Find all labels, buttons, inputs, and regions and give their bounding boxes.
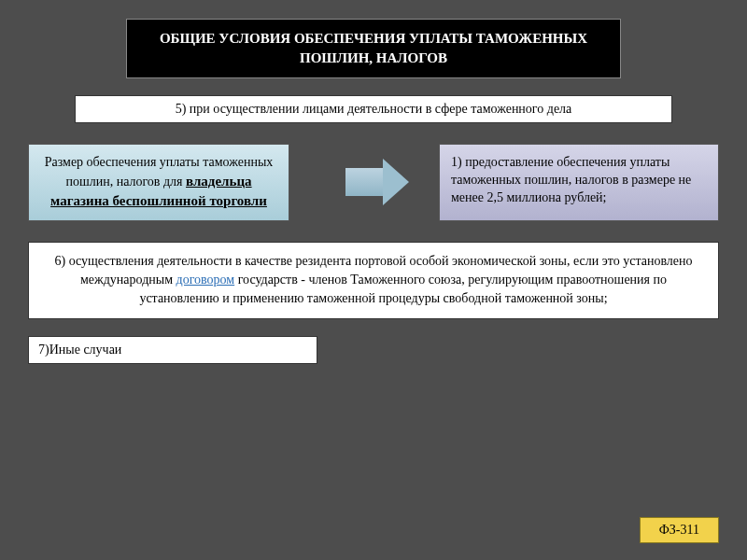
right-card: 1) предоставление обеспечения уплаты там… [439, 144, 719, 221]
reference-tag: ФЗ-311 [640, 517, 719, 543]
item-7-box: 7)Иные случаи [28, 336, 317, 364]
content-row: Размер обеспечения уплаты таможенных пош… [28, 144, 719, 221]
item-5-box: 5) при осуществлении лицами деятельности… [75, 95, 672, 123]
item6-link[interactable]: договором [176, 273, 235, 287]
item-6-box: 6) осуществления деятельности в качестве… [28, 242, 719, 319]
slide-title: ОБЩИЕ УСЛОВИЯ ОБЕСПЕЧЕНИЯ УПЛАТЫ ТАМОЖЕН… [126, 19, 621, 78]
slide: ОБЩИЕ УСЛОВИЯ ОБЕСПЕЧЕНИЯ УПЛАТЫ ТАМОЖЕН… [0, 0, 747, 560]
arrow-icon [322, 144, 406, 221]
left-card: Размер обеспечения уплаты таможенных пош… [28, 144, 289, 221]
